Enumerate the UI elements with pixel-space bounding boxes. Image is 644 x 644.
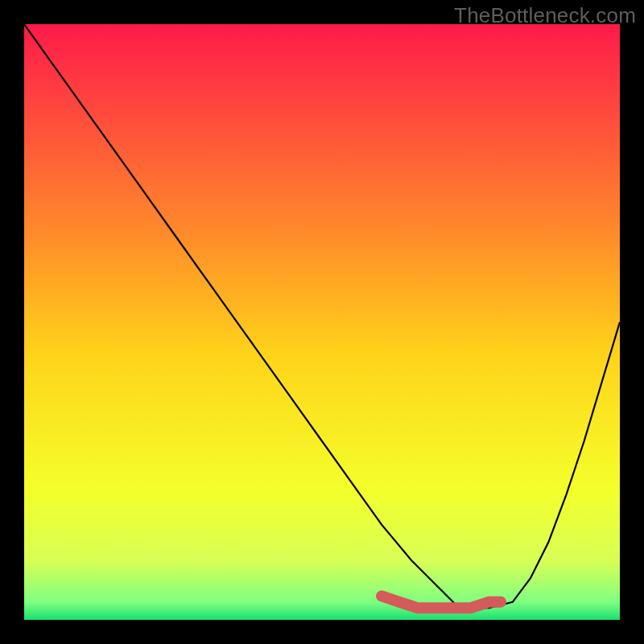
watermark-text: TheBottleneck.com (454, 3, 636, 28)
chart-frame: TheBottleneck.com (0, 0, 644, 644)
chart-svg (24, 24, 620, 620)
plot-area (24, 24, 620, 620)
gradient-background (24, 24, 620, 620)
